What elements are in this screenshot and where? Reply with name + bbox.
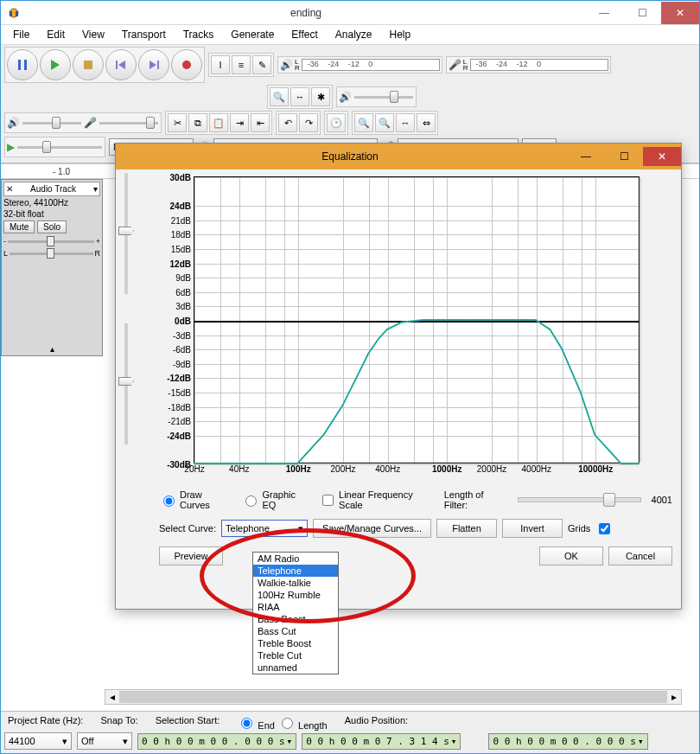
draw-curves-radio[interactable] (163, 495, 175, 507)
preview-button[interactable]: Preview (159, 546, 223, 566)
envelope-tool-icon[interactable]: ≡ (232, 55, 251, 74)
menu-help[interactable]: Help (383, 27, 418, 42)
draw-tool-icon[interactable]: ✎ (252, 55, 271, 74)
db-min-slider[interactable] (116, 323, 137, 470)
gain-slider[interactable]: - + (3, 237, 100, 246)
selection-tool-icon[interactable]: I (211, 55, 230, 74)
project-rate-dropdown[interactable]: 44100 ▾ (4, 732, 72, 750)
ok-button[interactable]: OK (539, 546, 603, 566)
menu-effect[interactable]: Effect (284, 27, 324, 42)
play-speed-icon[interactable]: ▶ (7, 141, 15, 153)
record-meter[interactable] (470, 59, 608, 71)
copy-icon[interactable]: ⧉ (188, 113, 207, 132)
select-curve-dropdown[interactable]: Telephone ▾ (221, 520, 308, 537)
dialog-title-bar[interactable]: Equalization — ☐ ✕ (116, 144, 681, 169)
track-menu-icon[interactable]: ▾ (93, 184, 98, 194)
pan-slider[interactable]: L R (3, 249, 100, 258)
play-speed-slider[interactable] (16, 139, 103, 155)
curve-option[interactable]: RIAA (253, 601, 338, 613)
record-volume-slider[interactable] (99, 115, 159, 131)
length-of-filter-slider[interactable] (518, 497, 641, 502)
output-volume-slider[interactable] (353, 89, 414, 105)
sel-end-time[interactable]: 0 0 h 0 0 m 0 7 . 3 1 4 s▾ (302, 733, 461, 750)
equalization-dialog: Equalization — ☐ ✕ 20Hz40Hz100Hz200Hz400… (115, 143, 682, 610)
zoom-tool-icon[interactable]: 🔍 (270, 87, 289, 106)
skip-end-button[interactable] (138, 49, 169, 80)
chevron-down-icon: ▾ (298, 523, 303, 534)
pause-button[interactable] (7, 49, 38, 80)
curve-option[interactable]: 100Hz Rumble (253, 589, 338, 601)
menu-generate[interactable]: Generate (224, 27, 281, 42)
dialog-minimize-button[interactable]: — (567, 147, 605, 166)
sel-start-time[interactable]: 0 0 h 0 0 m 0 0 . 0 0 0 s▾ (137, 733, 296, 750)
fit-selection-icon[interactable]: ↔ (396, 113, 415, 132)
close-button[interactable]: ✕ (661, 2, 699, 24)
zoom-in-icon[interactable]: 🔍 (354, 113, 373, 132)
svg-marker-8 (118, 61, 125, 69)
solo-button[interactable]: Solo (37, 220, 67, 233)
sel-start-label: Selection Start: (156, 715, 220, 731)
track-close-icon[interactable]: ✕ (6, 184, 13, 194)
audio-pos-time[interactable]: 0 0 h 0 0 m 0 0 . 0 0 0 s▾ (488, 733, 647, 750)
graphic-eq-radio[interactable] (245, 495, 257, 507)
menu-tracks[interactable]: Tracks (176, 27, 221, 42)
snap-dropdown[interactable]: Off ▾ (77, 732, 132, 750)
curve-option[interactable]: Walkie-talkie (253, 577, 338, 589)
playback-volume-slider[interactable] (22, 115, 82, 131)
menu-view[interactable]: View (75, 27, 111, 42)
record-button[interactable] (171, 49, 202, 80)
playback-meter[interactable] (302, 59, 440, 71)
edit-panel: ✂ ⧉ 📋 ⇥ ⇤ (165, 111, 272, 135)
dialog-maximize-button[interactable]: ☐ (605, 147, 643, 166)
fit-project-icon[interactable]: ⇔ (417, 113, 436, 132)
stop-button[interactable] (73, 49, 104, 80)
paste-icon[interactable]: 📋 (209, 113, 228, 132)
curve-option[interactable]: Telephone (253, 565, 338, 577)
mic-icon: 🎤 (449, 59, 461, 71)
zoom-out-icon[interactable]: 🔍 (375, 113, 394, 132)
cut-icon[interactable]: ✂ (168, 113, 187, 132)
invert-button[interactable]: Invert (502, 519, 563, 538)
linear-scale-checkbox[interactable] (322, 495, 334, 506)
menu-edit[interactable]: Edit (40, 27, 72, 42)
undo-icon[interactable]: ↶ (278, 113, 297, 132)
db-max-slider[interactable] (116, 173, 137, 320)
cancel-button[interactable]: Cancel (608, 546, 672, 566)
horizontal-scrollbar[interactable]: ◂ ▸ (105, 689, 682, 705)
scroll-right-icon[interactable]: ▸ (667, 690, 681, 704)
eq-curve-row: Select Curve: Telephone ▾ Save/Manage Cu… (159, 519, 672, 538)
collapse-icon[interactable]: ▴ (3, 344, 100, 354)
end-label: End (258, 720, 275, 731)
meter-lr-label-rec: LR (463, 59, 468, 71)
curve-option[interactable]: Treble Cut (253, 649, 338, 661)
menu-transport[interactable]: Transport (115, 27, 173, 42)
svg-rect-1 (10, 11, 12, 16)
trim-icon[interactable]: ⇥ (230, 113, 249, 132)
curve-option[interactable]: unnamed (253, 661, 338, 674)
curve-option[interactable]: Bass Boost (253, 613, 338, 625)
play-button[interactable] (40, 49, 71, 80)
menu-file[interactable]: File (6, 27, 36, 42)
skip-start-button[interactable] (105, 49, 137, 80)
eq-plot[interactable]: 20Hz40Hz100Hz200Hz400Hz1000Hz2000Hz4000H… (159, 176, 640, 479)
dialog-close-button[interactable]: ✕ (643, 147, 681, 166)
maximize-button[interactable]: ☐ (623, 2, 661, 24)
silence-icon[interactable]: ⇤ (251, 113, 270, 132)
grids-checkbox[interactable] (599, 523, 610, 534)
redo-icon[interactable]: ↷ (299, 113, 318, 132)
menu-analyze[interactable]: Analyze (328, 27, 379, 42)
minimize-button[interactable]: — (585, 2, 623, 24)
mute-button[interactable]: Mute (3, 220, 35, 233)
length-label: Length (298, 720, 328, 731)
length-radio[interactable] (282, 718, 293, 729)
sync-lock-icon[interactable]: 🕑 (327, 113, 346, 132)
end-radio[interactable] (241, 718, 252, 729)
multi-tool-icon[interactable]: ✱ (311, 87, 330, 106)
timeshift-tool-icon[interactable]: ↔ (290, 87, 309, 106)
curve-option[interactable]: Bass Cut (253, 625, 338, 637)
scroll-left-icon[interactable]: ◂ (105, 690, 119, 704)
save-manage-button[interactable]: Save/Manage Curves... (313, 519, 431, 538)
flatten-button[interactable]: Flatten (436, 519, 497, 538)
curve-option[interactable]: AM Radio (253, 553, 338, 565)
curve-option[interactable]: Treble Boost (253, 637, 338, 649)
